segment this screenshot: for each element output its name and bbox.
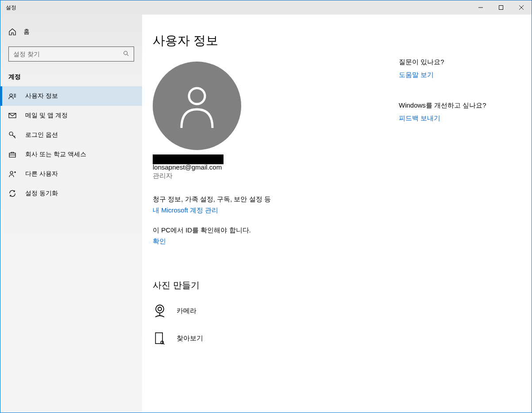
svg-line-13 <box>14 136 15 137</box>
svg-point-4 <box>124 51 127 54</box>
browse-label: 찾아보기 <box>177 334 203 343</box>
users-icon <box>8 170 16 178</box>
sync-icon <box>8 189 16 197</box>
help-heading: 질문이 있나요? <box>399 58 514 66</box>
svg-point-11 <box>9 132 13 135</box>
minimize-button[interactable] <box>470 0 491 15</box>
sidebar-item-label: 사용자 정보 <box>25 92 58 100</box>
home-label: 홈 <box>23 28 30 36</box>
sidebar-section-label: 계정 <box>0 69 142 86</box>
user-badge-icon <box>8 92 16 100</box>
svg-line-25 <box>163 344 164 344</box>
camera-label: 카메라 <box>177 307 197 315</box>
camera-icon <box>153 304 167 318</box>
search-input[interactable] <box>13 50 123 58</box>
browse-option[interactable]: 찾아보기 <box>153 331 399 345</box>
svg-point-21 <box>158 307 162 311</box>
sidebar-item-label: 로그인 옵션 <box>25 131 58 139</box>
briefcase-icon <box>8 151 16 158</box>
manage-account-link[interactable]: 내 Microsoft 계정 관리 <box>153 206 218 215</box>
user-email: lonsapnest@gmail.com <box>153 163 399 171</box>
sidebar-item-user-info[interactable]: 사용자 정보 <box>0 86 142 106</box>
sidebar-item-signin-options[interactable]: 로그인 옵션 <box>0 125 142 145</box>
sidebar-item-other-users[interactable]: 다른 사용자 <box>0 164 142 184</box>
window-controls <box>470 0 532 15</box>
sidebar-item-label: 메일 및 앱 계정 <box>25 112 68 120</box>
search-box[interactable] <box>8 46 134 62</box>
key-icon <box>8 131 16 139</box>
close-button[interactable] <box>511 0 532 15</box>
help-link[interactable]: 도움말 보기 <box>399 71 434 79</box>
verify-description: 이 PC에서 ID를 확인해야 합니다. <box>153 226 399 235</box>
maximize-button[interactable] <box>491 0 511 15</box>
sidebar-item-work-school[interactable]: 회사 또는 학교 액세스 <box>0 145 142 164</box>
search-icon <box>123 50 129 58</box>
svg-line-5 <box>127 54 129 56</box>
titlebar: 설정 <box>0 0 532 15</box>
home-icon <box>8 28 16 36</box>
person-icon <box>177 84 217 128</box>
svg-line-12 <box>12 135 15 138</box>
avatar <box>153 62 241 150</box>
feedback-link[interactable]: 피드백 보내기 <box>399 114 440 123</box>
aside: 질문이 있나요? 도움말 보기 Windows를 개선하고 싶나요? 피드백 보… <box>399 32 514 413</box>
window-title: 설정 <box>0 4 16 12</box>
svg-point-6 <box>10 94 12 96</box>
svg-point-16 <box>10 171 13 174</box>
sidebar-item-label: 다른 사용자 <box>25 170 58 178</box>
svg-point-19 <box>189 88 205 104</box>
user-role: 관리자 <box>153 172 399 180</box>
browse-icon <box>153 331 167 345</box>
sidebar-item-label: 회사 또는 학교 액세스 <box>25 151 86 158</box>
maximize-icon <box>499 5 503 10</box>
close-icon <box>519 5 524 10</box>
user-name-redacted <box>153 154 224 164</box>
improve-heading: Windows를 개선하고 싶나요? <box>399 101 514 110</box>
sidebar-item-sync[interactable]: 설정 동기화 <box>0 184 142 203</box>
sidebar-item-label: 설정 동기화 <box>25 189 58 197</box>
billing-description: 청구 정보, 가족 설정, 구독, 보안 설정 등 <box>153 195 399 204</box>
camera-option[interactable]: 카메라 <box>153 304 399 318</box>
page-title: 사용자 정보 <box>153 32 399 49</box>
sidebar: 홈 계정 사용자 정보 메일 및 앱 계정 <box>0 15 142 413</box>
photo-section-title: 사진 만들기 <box>153 279 399 291</box>
verify-link[interactable]: 확인 <box>153 237 166 246</box>
sidebar-item-email-accounts[interactable]: 메일 및 앱 계정 <box>0 106 142 125</box>
svg-point-20 <box>156 305 164 313</box>
content: 사용자 정보 lonsapnest@gmail.com 관리자 청구 정보, 가… <box>153 32 399 413</box>
svg-rect-1 <box>499 6 503 10</box>
svg-rect-23 <box>155 333 162 344</box>
minimize-icon <box>478 5 483 10</box>
home-button[interactable]: 홈 <box>0 23 142 40</box>
mail-icon <box>8 112 16 120</box>
